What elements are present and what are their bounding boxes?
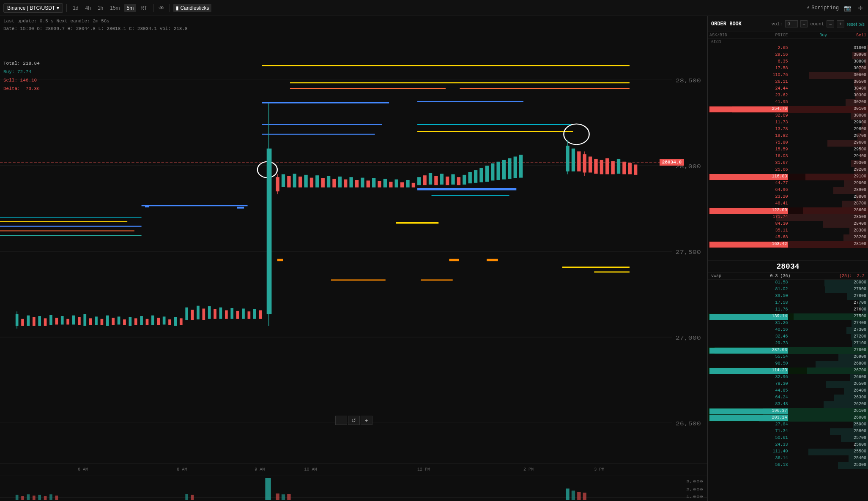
svg-rect-115 <box>406 180 409 188</box>
svg-rect-78 <box>208 306 211 319</box>
svg-rect-123 <box>451 174 455 185</box>
svg-rect-85 <box>248 311 251 319</box>
bid-row: 29.73 27100 <box>708 340 868 347</box>
bid-row: 11.76 27600 <box>708 307 868 313</box>
crosshair-button[interactable]: ✛ <box>856 4 865 12</box>
svg-rect-87 <box>259 310 262 319</box>
symbol-button[interactable]: Binance | BTC/USDT ▾ <box>3 3 63 13</box>
svg-rect-157 <box>44 496 47 500</box>
svg-rect-119 <box>429 173 432 185</box>
tf-15m[interactable]: 15m <box>107 4 122 12</box>
bid-row: 44.85 26400 <box>708 388 868 395</box>
refresh-button[interactable]: ↺ <box>348 416 360 425</box>
svg-rect-107 <box>361 178 364 188</box>
bid-qty: 114.23 <box>709 368 788 374</box>
ob-vol-input[interactable] <box>785 20 798 27</box>
svg-rect-125 <box>463 175 466 185</box>
bid-qty: 98.50 <box>709 361 788 367</box>
svg-rect-139 <box>577 152 580 172</box>
ob-count-down[interactable]: – <box>800 20 808 27</box>
svg-rect-83 <box>236 311 239 319</box>
svg-rect-132 <box>502 160 506 180</box>
eye-icon[interactable]: 👁 <box>157 4 166 12</box>
ask-qty: 64.96 <box>709 188 788 193</box>
bid-qty: 39.50 <box>709 294 788 300</box>
chart-info-bar: Last update: 0.5 s Next candle: 2m 58s D… <box>0 16 707 34</box>
svg-rect-142 <box>589 157 592 173</box>
ask-row: 254.76 30100 <box>708 106 868 113</box>
col-price: PRICE <box>749 33 788 38</box>
ask-row: 23.20 28800 <box>708 194 868 201</box>
svg-rect-167 <box>572 490 575 500</box>
svg-rect-165 <box>287 494 290 500</box>
svg-rect-147 <box>617 159 620 174</box>
ask-price: 31000 <box>788 46 867 52</box>
sell-right: (25): -2.2 <box>839 274 865 278</box>
ask-qty: 19.82 <box>709 133 788 139</box>
time-label-9am: 9 AM <box>255 467 265 472</box>
svg-text:26,500: 26,500 <box>676 420 701 427</box>
tf-5m[interactable]: 5m <box>124 4 137 12</box>
svg-rect-59 <box>101 319 104 325</box>
tf-rt[interactable]: RT <box>138 4 150 12</box>
bid-qty: 56.13 <box>709 463 788 468</box>
svg-rect-80 <box>219 308 222 319</box>
svg-rect-68 <box>151 316 154 325</box>
svg-rect-168 <box>577 492 580 500</box>
ob-count-up-2[interactable]: + <box>837 20 844 27</box>
tf-4h[interactable]: 4h <box>83 4 93 12</box>
bid-row: 196.37 26100 <box>708 408 868 415</box>
svg-rect-39 <box>145 206 149 207</box>
svg-rect-99 <box>315 175 319 187</box>
svg-rect-169 <box>583 493 586 500</box>
zoom-out-button[interactable]: – <box>335 416 347 425</box>
bid-row: 71.34 25800 <box>708 428 868 435</box>
bid-row: 56.13 25300 <box>708 462 868 469</box>
ask-qty: 17.58 <box>709 66 788 72</box>
svg-rect-108 <box>367 181 370 188</box>
bid-row: 55.54 26900 <box>708 354 868 361</box>
camera-button[interactable]: 📷 <box>842 4 853 12</box>
ask-qty: 110.76 <box>709 73 788 79</box>
ask-row: 116.83 29100 <box>708 174 868 180</box>
stat-buy: Buy: 72.74 <box>3 68 40 76</box>
bid-qty: 27.84 <box>709 422 788 428</box>
ob-reset-button[interactable]: reset b/s <box>847 22 865 27</box>
bid-qty: 111.40 <box>709 449 788 455</box>
svg-rect-135 <box>519 155 523 178</box>
ask-row: 16.03 29400 <box>708 153 868 160</box>
ask-price: 29500 <box>788 147 867 153</box>
ob-title: ORDER BOOK <box>711 21 742 27</box>
std1-label: std1 <box>711 40 721 44</box>
scripting-button[interactable]: ⚡ Scripting <box>807 5 839 11</box>
svg-rect-33 <box>487 259 498 261</box>
ask-row: 25.66 29200 <box>708 167 868 174</box>
svg-rect-103 <box>338 177 342 188</box>
svg-rect-164 <box>282 494 285 500</box>
zoom-in-button[interactable]: + <box>361 416 372 425</box>
svg-rect-62 <box>118 317 120 325</box>
candlesticks-button[interactable]: ▮ Candlesticks <box>173 4 211 12</box>
tf-1h[interactable]: 1h <box>95 4 106 12</box>
svg-rect-58 <box>95 317 98 325</box>
svg-rect-116 <box>412 183 415 188</box>
svg-rect-55 <box>78 317 81 325</box>
chart-wrapper: Total: 218.84 Buy: 72.74 Sell: 146.10 De… <box>0 34 707 463</box>
svg-rect-128 <box>479 168 483 182</box>
vwap-label: vwap <box>711 274 721 278</box>
svg-rect-151 <box>0 497 707 498</box>
candlestick-chart: 28,500 28,000 27,500 27,000 26,500 <box>0 34 707 463</box>
svg-rect-75 <box>191 310 194 320</box>
col-ask-bid: ASK/BID <box>709 33 749 38</box>
ob-count-up-1[interactable]: – <box>827 20 834 27</box>
svg-rect-148 <box>622 162 626 174</box>
bid-row: 24.33 25600 <box>708 442 868 449</box>
ask-qty: 48.41 <box>709 201 788 207</box>
tf-1d[interactable]: 1d <box>70 4 81 12</box>
ask-qty: 44.77 <box>709 181 788 187</box>
ask-qty: 15.59 <box>709 147 788 153</box>
bid-qty: 83.48 <box>709 402 788 408</box>
bid-row: 287.03 27000 <box>708 347 868 354</box>
separator-2 <box>153 4 153 12</box>
ob-vol-label: vol: <box>771 22 782 27</box>
